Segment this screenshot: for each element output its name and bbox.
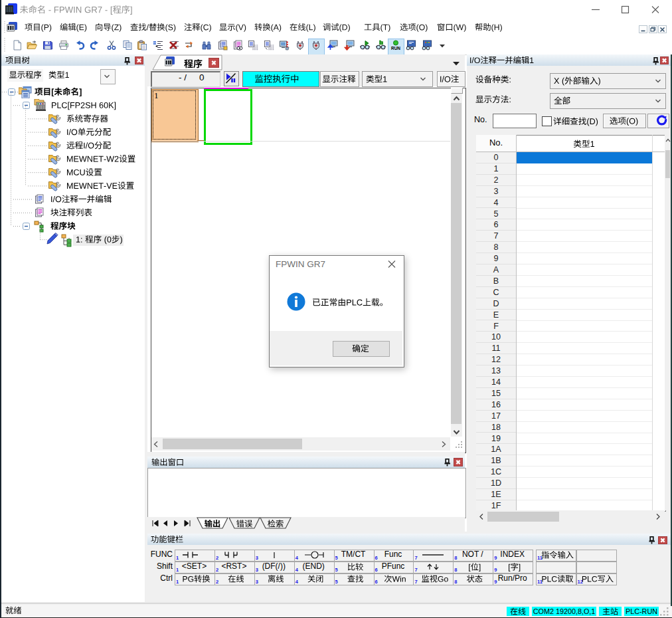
svg-text:RUN: RUN — [391, 46, 400, 51]
